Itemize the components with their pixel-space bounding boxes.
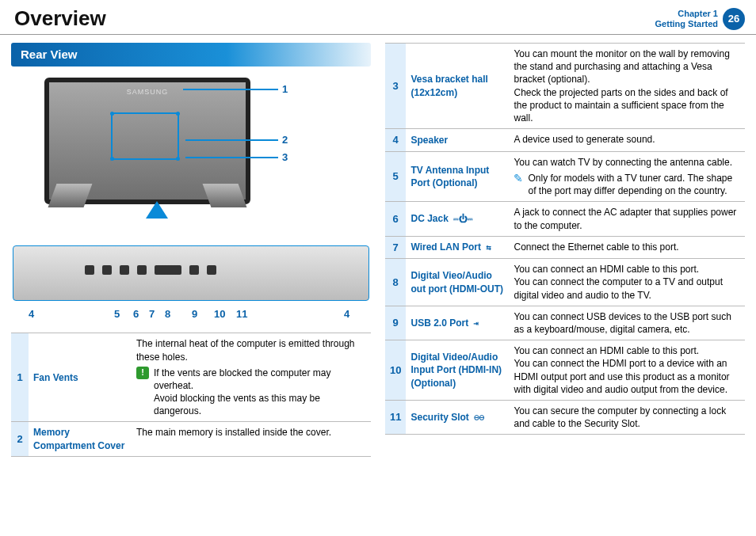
callout-3: 3 [282,150,288,165]
callout-8: 8 [165,307,170,321]
usb-icon: ⇥ [474,318,479,330]
port-hdmi-out [137,265,147,275]
page-number-badge: 26 [723,8,745,30]
page-title: Overview [14,5,106,32]
port-dc [102,265,112,275]
left-column: Rear View SAMSUNG 1 2 3 [11,43,371,457]
dc-jack-icon: ⎓⏻⎓ [453,214,473,226]
callout-2: 2 [282,133,288,147]
brand-label: SAMSUNG [127,87,169,97]
callout-5: 5 [114,307,120,321]
chapter-label: Chapter 1 Getting Started [655,9,718,29]
ports-closeup [13,245,369,301]
callout-6: 6 [133,307,139,321]
table-row: 5 TV Antenna Input Port (Optional) You c… [385,151,745,202]
table-row: 1 Fan Vents The internal heat of the com… [11,333,371,422]
security-slot-icon: ⊖⊖ [474,412,484,424]
table-row: 11 Security Slot ⊖⊖ You can secure the c… [385,400,745,434]
table-row: 4 Speaker A device used to generate soun… [385,129,745,152]
table-row: 2 Memory Compartment Cover The main memo… [11,422,371,456]
callout-7: 7 [149,307,155,321]
port-lan [120,265,129,275]
port-usb-group [155,265,181,275]
vesa-bracket-outline [111,112,179,160]
callout-11: 11 [236,307,247,321]
table-row: 6 DC Jack ⎓⏻⎓ A jack to connect the AC a… [385,202,745,236]
callout-4-right: 4 [344,307,349,321]
section-title-rear-view: Rear View [11,43,371,67]
table-row: 3 Vesa bracket hall (12x12cm) You can mo… [385,44,745,129]
table-row: 8 Digital Vieo/Audio out port (HDMI-OUT)… [385,259,745,306]
table-row: 9 USB 2.0 Port ⇥ You can connect USB dev… [385,306,745,340]
port-security [207,265,216,275]
callout-4-left: 4 [29,307,34,321]
callout-9: 9 [192,307,197,321]
desc-cell: The internal heat of the computer is emi… [132,333,371,422]
ports-callout-numbers: 4 5 6 7 8 9 10 11 4 [13,307,369,325]
rear-view-diagram: SAMSUNG 1 2 3 [13,74,369,241]
zoom-arrow-icon [146,201,168,219]
memo-icon: ✎ [514,173,523,184]
callout-10: 10 [214,307,225,321]
definitions-table-right: 3 Vesa bracket hall (12x12cm) You can mo… [385,43,745,435]
warning-icon: ! [136,367,149,379]
port-hdmi-in [189,265,199,275]
right-column: 3 Vesa bracket hall (12x12cm) You can mo… [385,43,745,457]
table-row: 10 Digital Video/Audio Input Port (HDMI-… [385,340,745,401]
callout-1: 1 [282,82,288,97]
header-right: Chapter 1 Getting Started 26 [655,8,745,30]
definitions-table-left: 1 Fan Vents The internal heat of the com… [11,333,371,457]
desc-cell: You can watch TV by connecting the anten… [509,151,745,202]
lan-icon: ⇆ [486,242,491,254]
info-note: ✎ Only for models with a TV tuner card. … [514,172,740,197]
page-header: Overview Chapter 1 Getting Started 26 [0,0,756,35]
port-antenna [85,265,94,275]
table-row: 7 Wired LAN Port ⇆ Connect the Ethernet … [385,236,745,259]
warning-note: ! If the vents are blocked the computer … [136,367,366,418]
